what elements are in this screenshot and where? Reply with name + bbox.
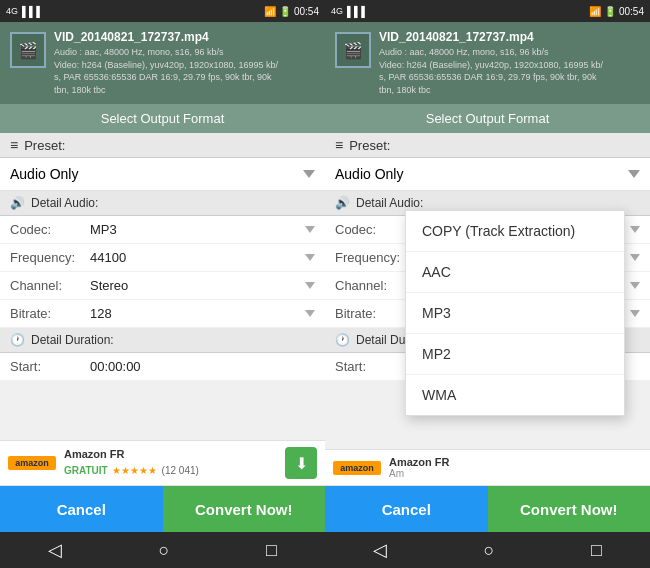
detail-duration-header-left: 🕐 Detail Duration: [0,328,325,353]
ad-content-right: Amazon FR Am [389,456,642,479]
ad-title: Amazon FR [64,448,277,460]
select-format-btn-right[interactable]: Select Output Format [325,104,650,133]
audio-detail-rows-left: Codec: MP3 Frequency: 44100 Channel: Ste… [0,216,325,328]
file-meta-right: Audio : aac, 48000 Hz, mono, s16, 96 kb/… [379,46,640,96]
status-left-icons: 4G ▌▌▌ [6,6,43,17]
frequency-label: Frequency: [10,250,90,265]
channel-label-right: Channel: [335,278,415,293]
frequency-chevron-icon [305,254,315,261]
channel-row[interactable]: Channel: Stereo [0,272,325,300]
audio-only-dropdown-left[interactable]: Audio Only [0,158,325,191]
ad-rating-count: (12 041) [162,465,199,476]
codec-label-right: Codec: [335,222,415,237]
codec-row[interactable]: Codec: MP3 [0,216,325,244]
audio-only-value-right: Audio Only [335,166,403,182]
ad-gratuit: GRATUIT [64,465,108,476]
audio-only-dropdown-right[interactable]: Audio Only [325,158,650,191]
amazon-logo-right: amazon [333,461,381,475]
video-icon: 🎬 [18,41,38,60]
battery-icon: 🔋 [279,6,291,17]
dropdown-item-aac[interactable]: AAC [406,252,624,293]
time-display-right: 00:54 [619,6,644,17]
recent-button-right[interactable]: □ [591,540,602,561]
wifi-icon: 📶 [264,6,276,17]
convert-button-left[interactable]: Convert Now! [163,486,326,532]
bitrate-value: 128 [90,306,305,321]
file-meta-left: Audio : aac, 48000 Hz, mono, s16, 96 kb/… [54,46,315,96]
amazon-logo: amazon [8,456,56,470]
wifi-icon-right: 📶 [589,6,601,17]
convert-button-right[interactable]: Convert Now! [488,486,651,532]
dropdown-item-mp3[interactable]: MP3 [406,293,624,334]
detail-audio-header-left: 🔊 Detail Audio: [0,191,325,216]
start-label: Start: [10,359,90,374]
start-value: 00:00:00 [90,359,315,374]
home-button-right[interactable]: ○ [484,540,495,561]
file-type-icon: 🎬 [10,32,46,68]
ad-rating-line: GRATUIT ★★★★★ (12 041) [64,460,277,478]
time-display: 00:54 [294,6,319,17]
nav-bar-right: ◁ ○ □ [325,532,650,568]
home-button-left[interactable]: ○ [159,540,170,561]
dropdown-item-wma[interactable]: WMA [406,375,624,415]
file-header-right: 🎬 VID_20140821_172737.mp4 Audio : aac, 4… [325,22,650,104]
audio-speaker-icon: 🔊 [10,196,25,210]
preset-section-left: ≡ Preset: [0,133,325,158]
detail-audio-label-right: Detail Audio: [356,196,423,210]
ad-title-right: Amazon FR [389,456,642,468]
panel-right: 4G ▌▌▌ 📶 🔋 00:54 🎬 VID_20140821_172737.m… [325,0,650,568]
nav-bar-left: ◁ ○ □ [0,532,325,568]
start-label-right: Start: [335,359,415,374]
frequency-label-right: Frequency: [335,250,415,265]
bottom-buttons-right: Cancel Convert Now! [325,486,650,532]
dropdown-item-copy[interactable]: COPY (Track Extraction) [406,211,624,252]
bitrate-chevron-icon-right [630,310,640,317]
preset-icon-right: ≡ [335,137,343,153]
status-bar-left: 4G ▌▌▌ 📶 🔋 00:54 [0,0,325,22]
back-button-left[interactable]: ◁ [48,539,62,561]
codec-chevron-icon-right [630,226,640,233]
bitrate-label-right: Bitrate: [335,306,415,321]
channel-chevron-icon [305,282,315,289]
select-format-btn-left[interactable]: Select Output Format [0,104,325,133]
dropdown-item-mp2[interactable]: MP2 [406,334,624,375]
codec-chevron-icon [305,226,315,233]
audio-speaker-icon-right: 🔊 [335,196,350,210]
chevron-down-icon [303,170,315,178]
channel-chevron-icon-right [630,282,640,289]
ad-stars: ★★★★★ [112,465,157,476]
bitrate-label: Bitrate: [10,306,90,321]
bitrate-chevron-icon [305,310,315,317]
status-bar-right: 4G ▌▌▌ 📶 🔋 00:54 [325,0,650,22]
ad-banner-right[interactable]: amazon Amazon FR Am [325,449,650,486]
back-button-right[interactable]: ◁ [373,539,387,561]
frequency-value: 44100 [90,250,305,265]
network-icon-right: 4G [331,6,343,16]
recent-button-left[interactable]: □ [266,540,277,561]
preset-label: Preset: [24,138,65,153]
video-icon-right: 🎬 [343,41,363,60]
start-row-left: Start: 00:00:00 [0,353,325,381]
panel-left: 4G ▌▌▌ 📶 🔋 00:54 🎬 VID_20140821_172737.m… [0,0,325,568]
network-icon: 4G [6,6,18,16]
cancel-button-right[interactable]: Cancel [325,486,488,532]
bottom-buttons-left: Cancel Convert Now! [0,486,325,532]
ad-banner-left[interactable]: amazon Amazon FR GRATUIT ★★★★★ (12 041) … [0,440,325,486]
bitrate-row[interactable]: Bitrate: 128 [0,300,325,328]
clock-icon: 🕐 [10,333,25,347]
audio-only-value: Audio Only [10,166,78,182]
signal-icon-right: ▌▌▌ [347,6,368,17]
preset-section-right: ≡ Preset: [325,133,650,158]
channel-label: Channel: [10,278,90,293]
codec-dropdown: COPY (Track Extraction) AAC MP3 MP2 WMA [405,210,625,416]
ad-content-left: Amazon FR GRATUIT ★★★★★ (12 041) [64,448,277,478]
status-right-right: 📶 🔋 00:54 [589,6,644,17]
frequency-row[interactable]: Frequency: 44100 [0,244,325,272]
detail-audio-label: Detail Audio: [31,196,98,210]
chevron-down-icon-right [628,170,640,178]
preset-icon: ≡ [10,137,18,153]
signal-icon: ▌▌▌ [22,6,43,17]
frequency-chevron-icon-right [630,254,640,261]
ad-download-btn[interactable]: ⬇ [285,447,317,479]
cancel-button-left[interactable]: Cancel [0,486,163,532]
